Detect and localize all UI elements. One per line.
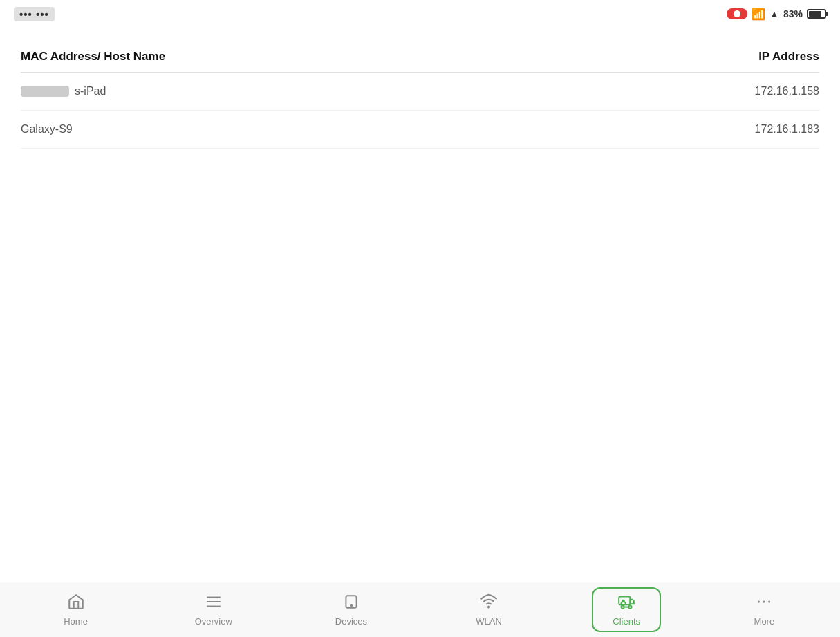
nav-item-overview[interactable]: Overview	[179, 587, 248, 632]
nav-label-overview: Overview	[195, 616, 232, 627]
status-time: ••• •••	[14, 7, 55, 21]
nav-label-devices: Devices	[335, 616, 367, 627]
nav-label-wlan: WLAN	[476, 616, 502, 627]
home-icon	[67, 593, 85, 613]
nav-item-home[interactable]: Home	[41, 587, 111, 632]
cell-ip: 172.16.1.183	[755, 123, 819, 136]
record-button	[727, 8, 747, 19]
mac-blurred	[21, 86, 69, 97]
main-content: MAC Address/ Host Name IP Address s-iPad…	[0, 28, 840, 163]
svg-point-5	[488, 607, 489, 608]
mac-column-header: MAC Address/ Host Name	[21, 50, 165, 64]
nav-label-more: More	[754, 616, 775, 627]
wlan-icon	[480, 593, 498, 613]
table-row[interactable]: s-iPad172.16.1.158	[21, 73, 819, 111]
cell-mac: s-iPad	[21, 85, 106, 98]
device-hostname: s-iPad	[75, 85, 106, 98]
svg-point-4	[351, 604, 352, 606]
ip-column-header: IP Address	[758, 50, 819, 64]
status-bar: ••• ••• 📶 ▲ 83%	[0, 0, 840, 28]
overview-icon	[205, 593, 223, 613]
nav-item-devices[interactable]: Devices	[317, 587, 386, 632]
wifi-icon: 📶	[752, 8, 765, 21]
status-right: 📶 ▲ 83%	[727, 8, 826, 21]
battery-icon	[807, 9, 826, 19]
bottom-nav: Home Overview Devices	[0, 582, 840, 637]
svg-point-8	[628, 605, 631, 608]
record-dot-icon	[734, 10, 740, 17]
nav-label-clients: Clients	[613, 616, 640, 627]
devices-icon	[342, 593, 360, 613]
svg-point-13	[768, 600, 770, 602]
device-list: s-iPad172.16.1.158Galaxy-S9172.16.1.183	[21, 73, 819, 149]
status-left: ••• •••	[14, 7, 55, 21]
nav-item-more[interactable]: More	[729, 587, 799, 632]
battery-fill	[809, 11, 821, 17]
table-header: MAC Address/ Host Name IP Address	[21, 41, 819, 73]
nav-item-clients[interactable]: Clients	[592, 587, 661, 632]
svg-point-11	[758, 600, 760, 602]
nav-label-home: Home	[64, 616, 88, 627]
cell-ip: 172.16.1.158	[755, 85, 819, 98]
more-icon	[755, 593, 773, 613]
svg-point-7	[622, 605, 624, 608]
nav-item-wlan[interactable]: WLAN	[454, 587, 523, 632]
cell-mac: Galaxy-S9	[21, 123, 73, 136]
signal-icon: ▲	[769, 8, 779, 19]
svg-point-12	[763, 600, 765, 602]
device-hostname: Galaxy-S9	[21, 123, 73, 136]
clients-icon	[617, 593, 635, 613]
battery-percent: 83%	[783, 8, 803, 19]
table-row[interactable]: Galaxy-S9172.16.1.183	[21, 111, 819, 149]
